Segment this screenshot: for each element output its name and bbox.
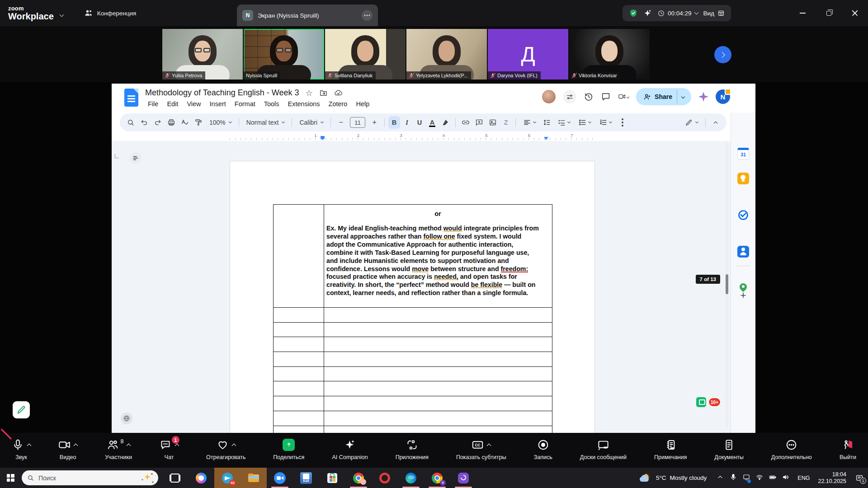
print-icon[interactable] [165, 116, 178, 129]
taskbar-app-zoomapp[interactable] [267, 468, 293, 488]
zoom-toolbar-chat[interactable]: 1Чат [160, 433, 179, 468]
contacts-icon[interactable] [737, 246, 749, 258]
add-comment-icon[interactable] [473, 116, 486, 129]
taskbar-app-viber[interactable] [450, 468, 476, 488]
insert-image-icon[interactable] [486, 116, 499, 129]
workspace-dropdown-icon[interactable] [59, 12, 64, 17]
font-size-decrease[interactable]: − [335, 116, 347, 129]
chevron-up-icon[interactable] [27, 443, 32, 448]
zoom-toolbar-video[interactable]: Видео [58, 433, 77, 468]
table-row-empty[interactable] [274, 352, 552, 366]
font-size-input[interactable]: 11 [350, 117, 365, 128]
paragraph-text[interactable]: Ex. My ideal English-teaching method wou… [326, 225, 540, 297]
taskbar-app-explorer[interactable] [241, 468, 267, 488]
highlight-color-button[interactable] [439, 116, 452, 129]
notification-center-button[interactable]: 1 [851, 468, 868, 488]
menu-view[interactable]: View [183, 100, 204, 108]
redo-icon[interactable] [151, 116, 164, 129]
italic-button[interactable]: I [401, 116, 413, 129]
scrollbar-handle[interactable] [726, 274, 728, 294]
paragraph-style-select[interactable]: Normal text [243, 116, 288, 129]
table-row-empty[interactable] [274, 307, 552, 322]
menu-tools[interactable]: Tools [260, 100, 283, 108]
add-addon-icon[interactable]: + [737, 290, 749, 301]
view-button[interactable]: Вид [703, 9, 725, 17]
table-row-empty[interactable] [274, 322, 552, 337]
align-button[interactable] [519, 116, 539, 129]
zotero-icon[interactable]: Z [500, 116, 512, 129]
table-row-empty[interactable] [274, 337, 552, 352]
chevron-up-icon[interactable] [127, 443, 131, 448]
account-avatar[interactable]: N [716, 89, 730, 104]
table-row-empty[interactable] [274, 366, 552, 381]
minimize-button[interactable] [789, 0, 816, 26]
zoom-select[interactable]: 100% [206, 116, 235, 129]
weather-widget[interactable]: 5°C Mostly cloudy [634, 473, 712, 483]
tab-meeting[interactable]: Конференция [84, 9, 137, 18]
zoom-toolbar-audio[interactable]: Звук [12, 433, 31, 468]
editing-mode-button[interactable] [681, 116, 702, 129]
chevron-up-icon[interactable] [487, 443, 491, 448]
or-text[interactable]: or [324, 210, 552, 217]
toolbar-more-icon[interactable] [616, 116, 629, 129]
start-button[interactable] [0, 468, 21, 488]
doc-title[interactable]: Methodology of Teaching English - Week 3 [145, 88, 299, 98]
horizontal-ruler[interactable]: 1234567 [230, 132, 595, 141]
menu-zotero[interactable]: Zotero [325, 100, 351, 108]
indent-marker-right[interactable] [544, 137, 548, 140]
zoom-toolbar-record[interactable]: Запись [534, 433, 552, 468]
calendar-icon[interactable]: 31 [737, 148, 749, 160]
search-icon[interactable] [124, 116, 137, 129]
keep-icon[interactable] [737, 173, 749, 184]
next-participants-button[interactable] [714, 46, 731, 63]
zoom-toolbar-share[interactable]: Поделиться [273, 433, 304, 468]
font-size-increase[interactable]: + [368, 116, 381, 129]
star-icon[interactable]: ☆ [306, 89, 313, 97]
chevron-up-icon[interactable] [231, 443, 236, 448]
reaction-icon[interactable] [696, 397, 706, 407]
meet-camera-icon[interactable] [618, 92, 629, 102]
zoom-toolbar-docsbtn[interactable]: Документы [714, 433, 743, 468]
undo-icon[interactable] [138, 116, 151, 129]
share-dropdown[interactable] [677, 89, 689, 104]
speaker-icon[interactable] [782, 474, 789, 483]
chevron-up-icon[interactable] [175, 443, 179, 448]
menu-insert[interactable]: Insert [206, 100, 230, 108]
checklist-button[interactable] [554, 116, 574, 129]
menu-edit[interactable]: Edit [163, 100, 182, 108]
participant-tile[interactable]: Svitlana Danyliuk [325, 29, 406, 80]
participant-tile[interactable]: Yelyzaveta Lykhodii(P... [406, 29, 487, 80]
menu-extensions[interactable]: Extensions [284, 100, 324, 108]
tab-screen-share[interactable]: N Экран (Nyissia Spruill) [237, 5, 378, 26]
language-indicator[interactable]: ENG [794, 475, 813, 481]
zoom-toolbar-more[interactable]: Дополнительно [771, 433, 812, 468]
numbered-list-button[interactable] [595, 116, 615, 129]
table-row-empty[interactable] [274, 396, 552, 411]
taskbar-search-input[interactable]: Поиск [22, 470, 158, 485]
spellcheck-icon[interactable] [179, 116, 191, 129]
taskbar-app-edge[interactable] [398, 468, 424, 488]
close-button[interactable] [842, 0, 868, 26]
menu-help[interactable]: Help [352, 100, 373, 108]
taskbar-app-opera[interactable] [372, 468, 398, 488]
table-row-empty[interactable] [274, 381, 552, 396]
gemini-icon[interactable] [698, 92, 708, 102]
meeting-timer[interactable]: 00:04:29 [658, 10, 698, 17]
taskbar-app-chromey[interactable]: Y [424, 468, 450, 488]
taskbar-app-chrome[interactable] [345, 468, 372, 488]
table-row[interactable]: or Ex. My ideal English-teaching method … [274, 205, 552, 307]
bold-button[interactable]: B [388, 116, 400, 129]
participant-tile[interactable]: Yuliia Petrova [162, 29, 243, 80]
participant-tile[interactable]: Viktoriia Konvisar [569, 29, 650, 80]
tray-screenshare-icon[interactable] [743, 474, 750, 483]
taskbar-app-copilot[interactable] [188, 468, 214, 488]
explore-button[interactable] [121, 413, 132, 424]
participant-tile[interactable]: Nyissia Spruill [244, 29, 324, 80]
taskbar-app-taskview[interactable] [162, 468, 188, 488]
text-color-button[interactable]: A [426, 116, 438, 129]
chevron-up-icon[interactable] [74, 443, 78, 448]
battery-icon[interactable] [769, 474, 776, 483]
annotate-pencil-button[interactable] [13, 401, 30, 418]
zoom-toolbar-react[interactable]: Отреагировать [206, 433, 245, 468]
menu-file[interactable]: File [144, 100, 162, 108]
